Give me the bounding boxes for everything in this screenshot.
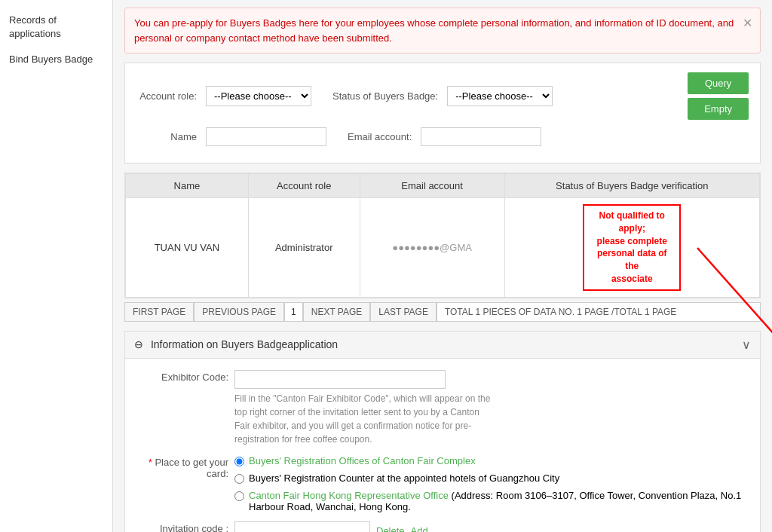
status-badge-label: Status of Buyers Badge: <box>332 90 438 102</box>
main-content: You can pre-apply for Buyers Badges here… <box>113 0 772 532</box>
invitation-label: Invitation code : <box>136 521 234 532</box>
prev-page-button[interactable]: PREVIOUS PAGE <box>194 302 284 322</box>
email-input[interactable] <box>421 127 541 146</box>
exhibitor-code-input[interactable] <box>234 370 446 389</box>
place-radio-3[interactable] <box>234 491 244 501</box>
invitation-input[interactable] <box>234 521 370 532</box>
cell-email: ●●●●●●●●@GMA <box>360 198 504 298</box>
col-email: Email account <box>360 174 504 198</box>
pagination: FIRST PAGE PREVIOUS PAGE 1 NEXT PAGE LAS… <box>124 302 761 322</box>
account-role-label: Account role: <box>136 90 197 102</box>
place-option-1[interactable]: Buyers' Registration Offices of Canton F… <box>234 455 749 466</box>
place-radio-1[interactable] <box>234 457 244 466</box>
exhibitor-code-field-group: Fill in the "Canton Fair Exhibitor Code"… <box>234 370 491 446</box>
action-buttons: Query Empty <box>688 72 749 120</box>
place-radio-group: Buyers' Registration Offices of Canton F… <box>234 455 749 512</box>
add-link[interactable]: Add <box>411 525 428 532</box>
page-info: TOTAL 1 PIECES OF DATA NO. 1 PAGE /TOTAL… <box>437 302 761 322</box>
table-row: TUAN VU VAN Administrator ●●●●●●●●@GMA N… <box>126 198 760 298</box>
filter-section: Account role: --Please choose-- Status o… <box>124 63 761 164</box>
col-status: Status of Buyers Badge verification <box>504 174 759 198</box>
delete-link[interactable]: Delete <box>376 525 405 532</box>
col-role: Account role <box>248 174 360 198</box>
sidebar-item-label: Bind Buyers Badge <box>9 54 93 65</box>
empty-button[interactable]: Empty <box>688 98 749 120</box>
sidebar-item-label: Records of applications <box>9 14 61 39</box>
sidebar-item-records[interactable]: Records of applications <box>0 8 112 47</box>
place-row: Place to get your card: Buyers' Registra… <box>136 455 749 512</box>
account-role-select[interactable]: --Please choose-- <box>206 86 311 106</box>
section-header[interactable]: ⊖ Information on Buyers Badgeapplication… <box>124 331 761 359</box>
place-label: Place to get your card: <box>136 455 234 479</box>
chevron-down-icon: ∨ <box>742 338 751 352</box>
status-tooltip: Not qualified to apply;please completepe… <box>583 204 681 291</box>
collapse-icon: ⊖ <box>134 338 143 350</box>
place-radio-2[interactable] <box>234 474 244 484</box>
section-content: Exhibitor Code: Fill in the "Canton Fair… <box>124 359 761 532</box>
current-page: 1 <box>284 302 303 322</box>
next-page-button[interactable]: NEXT PAGE <box>303 302 371 322</box>
cell-name: TUAN VU VAN <box>126 198 249 298</box>
name-input[interactable] <box>206 127 326 146</box>
place-link-1[interactable]: Buyers' Registration Offices of Canton F… <box>249 455 476 466</box>
name-label: Name <box>136 131 197 142</box>
alert-banner: You can pre-apply for Buyers Badges here… <box>124 8 761 54</box>
place-label-2: Buyers' Registration Counter at the appo… <box>249 472 559 484</box>
exhibitor-code-hint: Fill in the "Canton Fair Exhibitor Code"… <box>234 392 491 446</box>
email-label: Email account: <box>348 131 412 142</box>
filter-row-1: Account role: --Please choose-- Status o… <box>136 72 749 120</box>
cell-status: Not qualified to apply;please completepe… <box>504 198 759 298</box>
data-table-wrapper: Name Account role Email account Status o… <box>124 173 761 298</box>
last-page-button[interactable]: LAST PAGE <box>370 302 437 322</box>
exhibitor-code-row: Exhibitor Code: Fill in the "Canton Fair… <box>136 370 749 446</box>
sidebar: Records of applications Bind Buyers Badg… <box>0 0 113 532</box>
cell-role: Administrator <box>248 198 360 298</box>
email-value: ●●●●●●●●@GMA <box>392 242 472 253</box>
close-icon[interactable]: ✕ <box>743 14 752 32</box>
invitation-field-group: Delete Add <box>234 521 428 532</box>
badge-section: ⊖ Information on Buyers Badgeapplication… <box>124 331 761 532</box>
filter-row-2: Name Email account: <box>136 127 749 146</box>
place-option-3[interactable]: Canton Fair Hong Kong Representative Off… <box>234 490 749 512</box>
alert-text: You can pre-apply for Buyers Badges here… <box>134 17 734 44</box>
first-page-button[interactable]: FIRST PAGE <box>124 302 194 322</box>
status-badge-select[interactable]: --Please choose-- <box>447 86 553 106</box>
exhibitor-code-label: Exhibitor Code: <box>136 370 234 383</box>
place-label-3: Canton Fair Hong Kong Representative Off… <box>249 490 749 512</box>
section-title: ⊖ Information on Buyers Badgeapplication <box>134 338 338 350</box>
sidebar-item-bind[interactable]: Bind Buyers Badge <box>0 47 112 72</box>
col-name: Name <box>126 174 249 198</box>
query-button[interactable]: Query <box>688 72 749 94</box>
data-table: Name Account role Email account Status o… <box>125 173 760 298</box>
place-option-2[interactable]: Buyers' Registration Counter at the appo… <box>234 472 749 484</box>
table-container: Name Account role Email account Status o… <box>124 173 761 322</box>
invitation-row: Invitation code : Delete Add <box>136 521 749 532</box>
place-link-3[interactable]: Canton Fair Hong Kong Representative Off… <box>249 490 449 501</box>
